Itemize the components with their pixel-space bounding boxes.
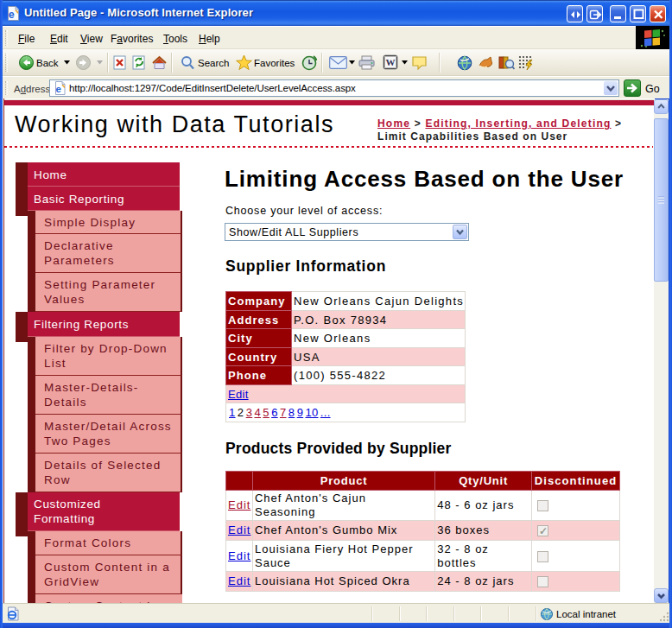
svg-text:W: W (386, 57, 396, 67)
svg-text:e: e (9, 9, 15, 21)
svg-text:e: e (56, 84, 61, 94)
